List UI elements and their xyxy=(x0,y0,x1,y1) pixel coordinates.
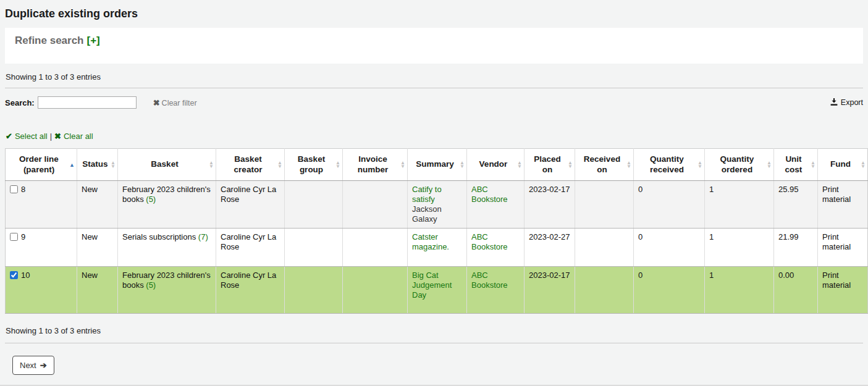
row-checkbox[interactable] xyxy=(10,271,18,279)
status-cell: New xyxy=(77,267,118,314)
search-input[interactable] xyxy=(38,96,137,109)
vendor-link[interactable]: ABC Bookstore xyxy=(471,232,508,251)
refine-search-label: Refine search xyxy=(15,35,84,46)
vendor-link[interactable]: ABC Bookstore xyxy=(471,271,508,290)
invoice-number-cell xyxy=(343,229,408,267)
vendor-cell: ABC Bookstore xyxy=(467,181,525,229)
quantity-ordered-cell: 1 xyxy=(705,229,774,267)
download-icon xyxy=(830,98,838,108)
summary-title-link[interactable]: Big Cat Judgement Day xyxy=(412,271,452,300)
vendor-cell: ABC Bookstore xyxy=(467,267,525,314)
separator: | xyxy=(50,132,52,141)
basket-group-cell xyxy=(285,181,343,229)
clear-filter-link[interactable]: ✖Clear filter xyxy=(153,98,197,107)
basket-link[interactable]: (7) xyxy=(198,232,208,241)
table-header-row: Order line (parent)▲ Status▲▼ Basket▲▼ B… xyxy=(6,149,868,181)
export-label: Export xyxy=(841,98,863,107)
fund-cell: Print material xyxy=(818,229,868,267)
order-line-cell: 10 xyxy=(6,267,77,314)
column-header-vendor[interactable]: Vendor▲▼ xyxy=(467,149,525,181)
summary-author: Jackson Galaxy xyxy=(412,204,462,224)
row-checkbox[interactable] xyxy=(10,233,18,241)
page-container: Duplicate existing orders Refine search[… xyxy=(0,0,868,384)
basket-cell: February 2023 children's books (5) xyxy=(118,267,216,314)
column-header-invoice-number[interactable]: Invoice number▲▼ xyxy=(343,149,408,181)
refine-search-toggle[interactable]: [+] xyxy=(87,35,100,46)
column-header-order-line[interactable]: Order line (parent)▲ xyxy=(6,149,77,181)
status-cell: New xyxy=(77,229,118,267)
vendor-cell: ABC Bookstore xyxy=(467,229,525,267)
divider xyxy=(5,343,863,343)
divider xyxy=(5,88,863,88)
placed-on-cell: 2023-02-17 xyxy=(525,181,575,229)
next-button-label: Next xyxy=(20,361,36,370)
x-icon: ✖ xyxy=(54,132,61,141)
vendor-link[interactable]: ABC Bookstore xyxy=(471,185,508,204)
quantity-received-cell: 0 xyxy=(634,267,705,314)
table-row: 8 New February 2023 children's books (5)… xyxy=(6,181,868,229)
order-line-cell: 9 xyxy=(6,229,77,267)
sort-asc-icon: ▲ xyxy=(69,162,75,167)
column-header-quantity-ordered[interactable]: Quantity ordered▲▼ xyxy=(705,149,774,181)
column-header-quantity-received[interactable]: Quantity received▲▼ xyxy=(634,149,705,181)
received-on-cell xyxy=(575,267,634,314)
sort-icon: ▲▼ xyxy=(697,161,702,169)
clear-all-link[interactable]: ✖Clear all xyxy=(54,132,93,141)
invoice-number-cell xyxy=(343,267,408,314)
sort-icon: ▲▼ xyxy=(626,161,631,169)
sort-icon: ▲▼ xyxy=(811,161,815,169)
clear-filter-label: Clear filter xyxy=(162,99,197,107)
column-header-placed-on[interactable]: Placed on▲▼ xyxy=(525,149,575,181)
quantity-ordered-cell: 1 xyxy=(705,267,774,314)
summary-title-link[interactable]: Catify to satisfy xyxy=(412,185,442,204)
select-all-link[interactable]: ✔Select all xyxy=(6,132,48,141)
basket-creator-cell: Caroline Cyr La Rose xyxy=(216,229,285,267)
column-header-received-on[interactable]: Received on▲▼ xyxy=(575,149,634,181)
column-header-basket-group[interactable]: Basket group▲▼ xyxy=(285,149,343,181)
column-header-unit-cost[interactable]: Unit cost▲▼ xyxy=(774,149,818,181)
basket-creator-cell: Caroline Cyr La Rose xyxy=(216,267,285,314)
row-checkbox[interactable] xyxy=(10,185,18,193)
check-icon: ✔ xyxy=(6,132,12,141)
sort-icon: ▲▼ xyxy=(277,161,282,169)
showing-entries-bottom: Showing 1 to 3 of 3 entries xyxy=(6,326,863,335)
unit-cost-cell: 0.00 xyxy=(774,267,818,314)
received-on-cell xyxy=(575,181,634,229)
quantity-received-cell: 0 xyxy=(634,229,705,267)
unit-cost-cell: 21.99 xyxy=(774,229,818,267)
basket-creator-cell: Caroline Cyr La Rose xyxy=(216,181,285,229)
column-header-basket-creator[interactable]: Basket creator▲▼ xyxy=(216,149,285,181)
column-header-summary[interactable]: Summary▲▼ xyxy=(408,149,467,181)
basket-group-cell xyxy=(285,229,343,267)
column-header-fund[interactable]: Fund▲▼ xyxy=(818,149,868,181)
column-header-basket[interactable]: Basket▲▼ xyxy=(118,149,216,181)
table-row-selected: 10 New February 2023 children's books (5… xyxy=(6,267,868,314)
sort-icon: ▲▼ xyxy=(568,161,573,169)
sort-icon: ▲▼ xyxy=(460,161,465,169)
basket-cell: Serials subscriptions (7) xyxy=(118,229,216,267)
export-button[interactable]: Export xyxy=(830,98,863,108)
next-button[interactable]: Next ➔ xyxy=(12,356,54,375)
summary-title-link[interactable]: Catster magazine. xyxy=(412,232,449,251)
basket-link[interactable]: (5) xyxy=(146,280,156,290)
sort-icon: ▲▼ xyxy=(209,161,214,169)
sort-icon: ▲▼ xyxy=(335,161,340,169)
showing-entries-top: Showing 1 to 3 of 3 entries xyxy=(6,72,863,82)
select-all-label: Select all xyxy=(15,132,48,141)
clear-all-label: Clear all xyxy=(64,132,93,141)
column-header-status[interactable]: Status▲▼ xyxy=(77,149,118,181)
sort-icon: ▲▼ xyxy=(400,161,405,169)
sort-icon: ▲▼ xyxy=(111,161,116,169)
refine-search-panel: Refine search[+] xyxy=(5,28,863,64)
refine-search-heading: Refine search[+] xyxy=(15,35,853,47)
placed-on-cell: 2023-02-17 xyxy=(525,267,575,314)
summary-cell: Big Cat Judgement Day xyxy=(408,267,467,314)
fund-cell: Print material xyxy=(818,181,868,229)
quantity-received-cell: 0 xyxy=(634,181,705,229)
unit-cost-cell: 25.95 xyxy=(774,181,818,229)
summary-cell: Catify to satisfyJackson Galaxy xyxy=(408,181,467,229)
search-label: Search: xyxy=(5,98,35,107)
invoice-number-cell xyxy=(343,181,408,229)
basket-link[interactable]: (5) xyxy=(146,195,156,204)
filter-toolbar: Search: ✖Clear filter Export xyxy=(5,96,863,109)
